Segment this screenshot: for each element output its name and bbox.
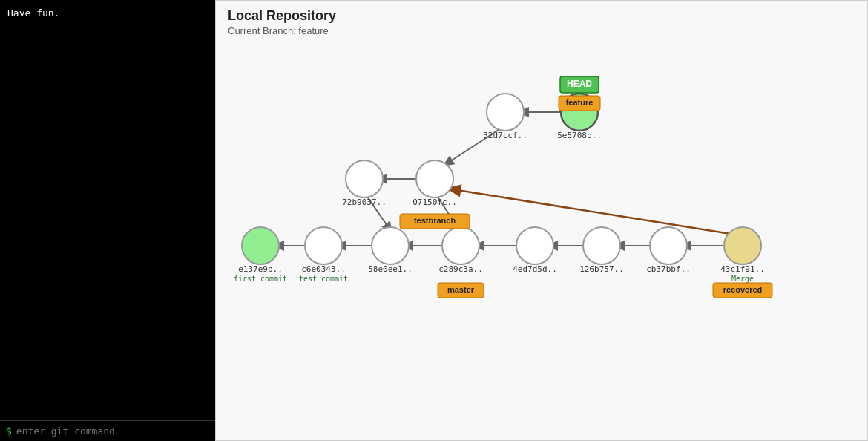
repo-header: Local Repository Current Branch: feature: [216, 1, 867, 41]
terminal-input-row[interactable]: $: [0, 420, 215, 441]
commit-e137e9b[interactable]: [242, 227, 279, 264]
label-5e5708b: 5e5708b..: [557, 131, 602, 140]
label-58e0ee1: 58e0ee1..: [368, 264, 412, 274]
repo-subtitle: Current Branch: feature: [228, 25, 855, 36]
repo-panel: Local Repository Current Branch: feature: [215, 0, 868, 441]
terminal-prompt: $: [6, 425, 12, 437]
badge-testbranch-text: testbranch: [414, 216, 456, 225]
badge-master-text: master: [447, 285, 475, 294]
repo-title: Local Repository: [228, 8, 855, 24]
label-c6e0343: c6e0343..: [301, 264, 346, 274]
git-graph: e137e9b.. first commit c6e0343.. test co…: [216, 45, 868, 431]
terminal-input[interactable]: [16, 425, 209, 437]
commit-4ed7d5d[interactable]: [516, 227, 553, 264]
terminal-panel: Have fun. $: [0, 0, 215, 441]
label-72b9037: 72b9037..: [342, 197, 387, 207]
badge-head-text: HEAD: [567, 79, 592, 89]
commit-32d7ccf[interactable]: [487, 94, 524, 131]
label-43c1f91: 43c1f91..: [720, 264, 765, 274]
label-4ed7d5d: 4ed7d5d..: [513, 264, 557, 274]
commit-126b757[interactable]: [583, 227, 620, 264]
terminal-text: Have fun.: [7, 7, 59, 19]
commit-c6e0343[interactable]: [305, 227, 342, 264]
sublabel-43c1f91: Merge: [731, 275, 754, 283]
sublabel-c6e0343: test commit: [299, 275, 348, 283]
commit-72b9037[interactable]: [346, 160, 383, 197]
commit-43c1f91[interactable]: [724, 227, 761, 264]
label-126b757: 126b757..: [579, 264, 624, 274]
label-07150fc: 07150fc..: [412, 197, 457, 207]
commit-58e0ee1[interactable]: [372, 227, 409, 264]
badge-recovered-text: recovered: [723, 285, 763, 294]
commit-cb37bbf[interactable]: [650, 227, 687, 264]
arrow-merge-brown: [448, 189, 735, 235]
label-e137e9b: e137e9b..: [238, 264, 283, 274]
badge-feature-text: feature: [566, 98, 594, 107]
terminal-output: Have fun.: [0, 0, 215, 420]
commit-c289c3a[interactable]: [442, 227, 479, 264]
label-32d7ccf: 32d7ccf..: [483, 131, 527, 140]
sublabel-e137e9b: first commit: [234, 275, 287, 283]
label-cb37bbf: cb37bbf..: [646, 264, 691, 274]
commit-07150fc[interactable]: [416, 160, 453, 197]
label-c289c3a: c289c3a..: [438, 264, 483, 274]
